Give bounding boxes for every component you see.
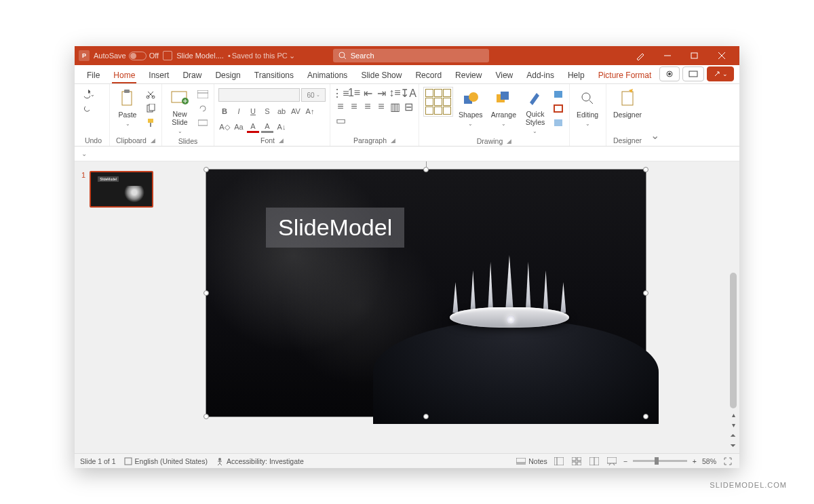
bold-button[interactable]: B <box>218 105 231 117</box>
bullets-button[interactable]: ⋮≡ <box>334 87 347 99</box>
slideshow-view-button[interactable] <box>606 456 618 467</box>
layout-button[interactable] <box>196 88 210 100</box>
notes-button[interactable]: Notes <box>516 457 547 465</box>
minimize-button[interactable] <box>654 46 681 65</box>
cut-button[interactable] <box>144 88 157 100</box>
tab-addins[interactable]: Add-ins <box>520 66 561 83</box>
tab-view[interactable]: View <box>488 66 520 83</box>
fit-to-window-button[interactable] <box>722 456 734 467</box>
shrink-font-button[interactable]: A↓ <box>275 121 288 133</box>
tab-help[interactable]: Help <box>561 66 592 83</box>
shape-fill-button[interactable] <box>551 88 565 100</box>
tab-review[interactable]: Review <box>448 66 488 83</box>
zoom-slider[interactable] <box>633 460 687 462</box>
resize-handle-tm[interactable] <box>423 167 429 172</box>
grow-font-button[interactable]: A↑ <box>304 105 316 117</box>
clipboard-launcher[interactable]: ◢ <box>151 137 155 144</box>
zoom-in-button[interactable]: + <box>693 457 697 465</box>
reset-button[interactable] <box>196 102 210 115</box>
resize-handle-tr[interactable] <box>643 167 648 172</box>
strike-button[interactable]: S <box>261 105 273 117</box>
maximize-button[interactable] <box>681 46 708 65</box>
slide-counter[interactable]: Slide 1 of 1 <box>80 457 116 465</box>
editing-button[interactable]: Editing⌄ <box>574 87 601 128</box>
search-input[interactable]: Search <box>333 49 489 62</box>
italic-button[interactable]: I <box>233 105 245 117</box>
font-color-button[interactable]: A <box>247 121 259 133</box>
align-text-button[interactable]: ⊟ <box>402 100 414 113</box>
underline-button[interactable]: U <box>247 105 259 117</box>
file-name[interactable]: Slide Model.... <box>176 52 224 60</box>
tab-slideshow[interactable]: Slide Show <box>354 66 408 83</box>
accessibility-status[interactable]: Accessibility: Investigate <box>216 457 304 465</box>
change-case-button[interactable]: Aa <box>233 121 245 133</box>
tab-file[interactable]: File <box>80 66 106 83</box>
redo-button[interactable] <box>81 102 95 115</box>
tab-record[interactable]: Record <box>408 66 448 83</box>
resize-handle-bl[interactable] <box>204 414 209 419</box>
save-status[interactable]: • Saved to this PC ⌄ <box>228 52 295 60</box>
convert-smartart-button[interactable]: ▭ <box>334 114 347 126</box>
language-status[interactable]: English (United States) <box>124 457 208 465</box>
tab-animations[interactable]: Animations <box>301 66 354 83</box>
resize-handle-ml[interactable] <box>204 290 209 296</box>
align-center-button[interactable]: ≡ <box>348 100 360 113</box>
slide-1[interactable]: SlideModel <box>206 170 646 416</box>
shapes-gallery[interactable] <box>423 87 453 117</box>
indent-right-button[interactable]: ⇥ <box>375 87 387 99</box>
resize-handle-mr[interactable] <box>643 290 648 296</box>
record-pill-button[interactable] <box>659 66 680 81</box>
indent-left-button[interactable]: ⇤ <box>362 87 374 99</box>
columns-button[interactable]: ▥ <box>389 100 401 113</box>
collapse-ribbon-button[interactable]: ⌄ <box>651 129 659 142</box>
tab-design[interactable]: Design <box>208 66 247 83</box>
pen-button[interactable] <box>627 46 654 65</box>
present-pill-button[interactable] <box>682 66 704 81</box>
format-painter-button[interactable] <box>144 117 157 129</box>
drawing-launcher[interactable]: ◢ <box>507 138 511 144</box>
numbering-button[interactable]: 1≡ <box>348 87 360 99</box>
scroll-down-icon[interactable]: ▾ <box>732 421 735 429</box>
font-name-input[interactable] <box>218 88 300 102</box>
slide-thumbnail-1[interactable]: SlideModel <box>90 171 153 208</box>
save-icon[interactable] <box>163 51 172 60</box>
resize-handle-br[interactable] <box>643 414 648 419</box>
zoom-slider-handle[interactable] <box>655 457 659 465</box>
tab-picture-format[interactable]: Picture Format <box>592 66 659 83</box>
close-button[interactable] <box>708 46 735 65</box>
paste-button[interactable]: Paste⌄ <box>114 87 141 128</box>
tab-transitions[interactable]: Transitions <box>248 66 301 83</box>
shadow-button[interactable]: ab <box>275 105 288 117</box>
clear-format-button[interactable]: A◇ <box>218 121 231 133</box>
resize-handle-tl[interactable] <box>204 167 209 172</box>
quick-styles-button[interactable]: Quick Styles⌄ <box>522 87 549 136</box>
highlight-button[interactable]: A <box>261 121 273 133</box>
tab-insert[interactable]: Insert <box>142 66 176 83</box>
next-slide-icon[interactable]: ⏷ <box>730 442 737 449</box>
undo-button[interactable]: ⌄ <box>81 88 95 100</box>
sorter-view-button[interactable] <box>570 456 583 467</box>
autosave-toggle[interactable]: AutoSave Off <box>94 52 159 60</box>
designer-button[interactable]: Designer <box>610 87 644 120</box>
paragraph-launcher[interactable]: ◢ <box>391 137 395 144</box>
section-button[interactable] <box>196 117 210 129</box>
zoom-out-button[interactable]: − <box>623 457 627 465</box>
prev-slide-icon[interactable]: ⏶ <box>730 431 737 439</box>
font-launcher[interactable]: ◢ <box>279 137 284 144</box>
normal-view-button[interactable] <box>553 456 565 467</box>
arrange-button[interactable]: Arrange⌄ <box>488 87 519 128</box>
justify-button[interactable]: ≡ <box>375 100 387 113</box>
shapes-button[interactable]: Shapes⌄ <box>456 87 486 128</box>
align-left-button[interactable]: ≡ <box>334 100 347 113</box>
overflow-chevron-icon[interactable]: ⌄ <box>81 150 87 157</box>
character-spacing-button[interactable]: AV <box>290 105 302 117</box>
shape-effects-button[interactable] <box>551 117 565 129</box>
share-button[interactable]: ⌄ <box>707 66 734 81</box>
shape-outline-button[interactable] <box>551 102 565 115</box>
slide-canvas[interactable]: SlideModel <box>160 161 727 453</box>
copy-button[interactable] <box>144 102 157 115</box>
reading-view-button[interactable] <box>588 456 600 467</box>
resize-handle-bm[interactable] <box>423 414 429 419</box>
scroll-up-icon[interactable]: ▴ <box>732 411 735 419</box>
vertical-scrollbar[interactable]: ▴ ▾ ⏶ ⏷ <box>727 161 739 453</box>
